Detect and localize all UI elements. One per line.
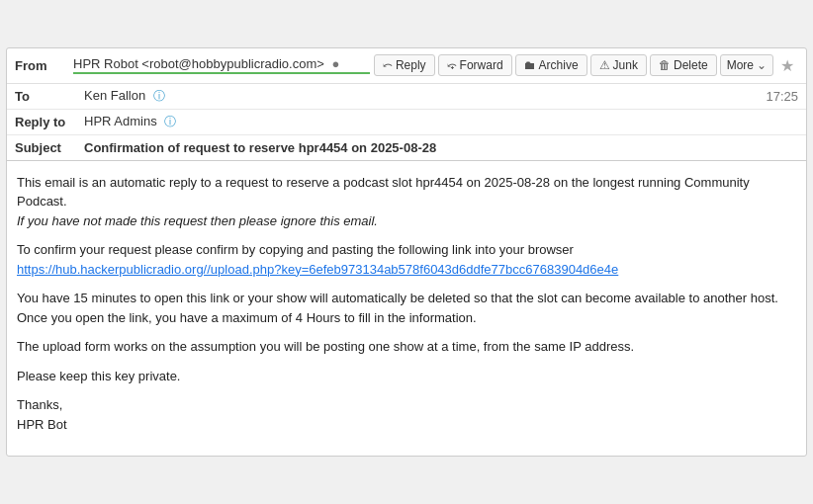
body-para5: Please keep this key private. (17, 367, 796, 386)
to-row: To Ken Fallon ⓘ 17:25 (7, 84, 806, 110)
signature: Thanks, HPR Bot (17, 395, 796, 434)
to-info-icon: ⓘ (153, 89, 165, 103)
toolbar-buttons: ⤺ Reply ⤽ Forward 🖿 Archive ⚠ Junk 🗑 (374, 54, 798, 77)
to-label: To (15, 89, 84, 104)
delete-icon: 🗑 (659, 58, 671, 72)
body-para4: The upload form works on the assumption … (17, 337, 796, 357)
email-time: 17:25 (766, 89, 798, 104)
archive-icon: 🖿 (524, 58, 536, 72)
junk-button[interactable]: ⚠ Junk (590, 54, 647, 76)
delete-button[interactable]: 🗑 Delete (650, 54, 717, 76)
from-label: From (15, 58, 69, 73)
body-para1-italic: If you have not made this request then p… (17, 213, 378, 228)
body-para1: This email is an automatic reply to a re… (17, 173, 796, 231)
toolbar-row: From HPR Robot <robot@hobbypublicradio.c… (7, 48, 806, 84)
from-email-text: HPR Robot <robot@hobbypublicradio.com> (73, 56, 327, 71)
chevron-down-icon: ⌄ (757, 58, 767, 72)
reply-button[interactable]: ⤺ Reply (374, 54, 435, 76)
more-button[interactable]: More ⌄ (720, 54, 773, 76)
email-body: This email is an automatic reply to a re… (7, 161, 806, 457)
email-header: From HPR Robot <robot@hobbypublicradio.c… (7, 48, 806, 161)
subject-label: Subject (15, 140, 84, 155)
body-para3: You have 15 minutes to open this link or… (17, 289, 796, 327)
replyto-row: Reply to HPR Admins ⓘ (7, 110, 806, 135)
from-address: HPR Robot <robot@hobbypublicradio.com> ● (73, 56, 370, 74)
replyto-info-icon: ⓘ (164, 115, 176, 128)
to-value: Ken Fallon ⓘ (84, 88, 766, 105)
archive-button[interactable]: 🖿 Archive (515, 54, 587, 76)
email-container: From HPR Robot <robot@hobbypublicradio.c… (6, 47, 807, 458)
confirmation-link[interactable]: https://hub.hackerpublicradio.org//uploa… (17, 262, 618, 277)
from-icons: ● (331, 56, 339, 71)
body-para2: To confirm your request please confirm b… (17, 240, 796, 279)
replyto-value: HPR Admins ⓘ (84, 114, 798, 130)
replyto-label: Reply to (15, 115, 84, 129)
star-button[interactable]: ★ (776, 54, 798, 77)
forward-button[interactable]: ⤽ Forward (438, 54, 512, 76)
subject-row: Subject Confirmation of request to reser… (7, 135, 806, 160)
forward-icon: ⤽ (447, 58, 457, 72)
subject-text: Confirmation of request to reserve hpr44… (84, 140, 436, 155)
junk-icon: ⚠ (599, 58, 610, 72)
reply-icon: ⤺ (383, 58, 393, 72)
